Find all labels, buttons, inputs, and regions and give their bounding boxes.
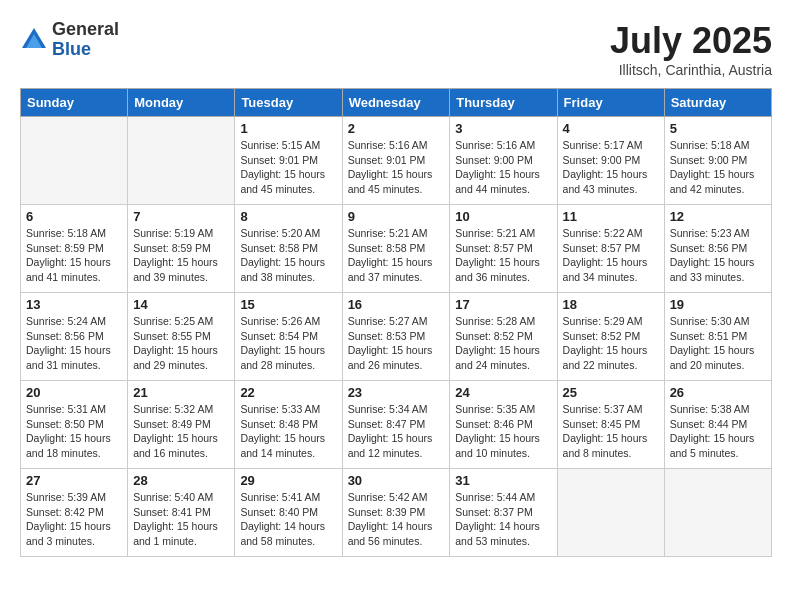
calendar-week-row: 1Sunrise: 5:15 AMSunset: 9:01 PMDaylight… [21, 117, 772, 205]
day-number: 8 [240, 209, 336, 224]
day-of-week-header: Sunday [21, 89, 128, 117]
day-info: Sunrise: 5:25 AMSunset: 8:55 PMDaylight:… [133, 314, 229, 373]
calendar-cell: 5Sunrise: 5:18 AMSunset: 9:00 PMDaylight… [664, 117, 771, 205]
calendar-cell: 22Sunrise: 5:33 AMSunset: 8:48 PMDayligh… [235, 381, 342, 469]
day-number: 6 [26, 209, 122, 224]
day-number: 7 [133, 209, 229, 224]
day-number: 19 [670, 297, 766, 312]
day-info: Sunrise: 5:40 AMSunset: 8:41 PMDaylight:… [133, 490, 229, 549]
calendar-cell: 7Sunrise: 5:19 AMSunset: 8:59 PMDaylight… [128, 205, 235, 293]
calendar-cell: 8Sunrise: 5:20 AMSunset: 8:58 PMDaylight… [235, 205, 342, 293]
calendar-cell: 18Sunrise: 5:29 AMSunset: 8:52 PMDayligh… [557, 293, 664, 381]
logo: General Blue [20, 20, 119, 60]
month-title: July 2025 [610, 20, 772, 62]
day-number: 21 [133, 385, 229, 400]
day-number: 12 [670, 209, 766, 224]
day-number: 3 [455, 121, 551, 136]
day-number: 20 [26, 385, 122, 400]
day-info: Sunrise: 5:19 AMSunset: 8:59 PMDaylight:… [133, 226, 229, 285]
title-block: July 2025 Illitsch, Carinthia, Austria [610, 20, 772, 78]
calendar-cell: 11Sunrise: 5:22 AMSunset: 8:57 PMDayligh… [557, 205, 664, 293]
day-info: Sunrise: 5:41 AMSunset: 8:40 PMDaylight:… [240, 490, 336, 549]
calendar-cell: 31Sunrise: 5:44 AMSunset: 8:37 PMDayligh… [450, 469, 557, 557]
calendar-cell: 2Sunrise: 5:16 AMSunset: 9:01 PMDaylight… [342, 117, 450, 205]
day-number: 30 [348, 473, 445, 488]
calendar-week-row: 20Sunrise: 5:31 AMSunset: 8:50 PMDayligh… [21, 381, 772, 469]
calendar-cell [557, 469, 664, 557]
calendar-cell: 29Sunrise: 5:41 AMSunset: 8:40 PMDayligh… [235, 469, 342, 557]
calendar-cell: 3Sunrise: 5:16 AMSunset: 9:00 PMDaylight… [450, 117, 557, 205]
day-info: Sunrise: 5:34 AMSunset: 8:47 PMDaylight:… [348, 402, 445, 461]
day-number: 13 [26, 297, 122, 312]
calendar-cell: 1Sunrise: 5:15 AMSunset: 9:01 PMDaylight… [235, 117, 342, 205]
calendar-cell: 9Sunrise: 5:21 AMSunset: 8:58 PMDaylight… [342, 205, 450, 293]
logo-general: General [52, 20, 119, 40]
day-number: 10 [455, 209, 551, 224]
day-number: 14 [133, 297, 229, 312]
calendar: SundayMondayTuesdayWednesdayThursdayFrid… [20, 88, 772, 557]
page-header: General Blue July 2025 Illitsch, Carinth… [20, 20, 772, 78]
day-of-week-header: Tuesday [235, 89, 342, 117]
day-number: 28 [133, 473, 229, 488]
day-number: 31 [455, 473, 551, 488]
calendar-week-row: 13Sunrise: 5:24 AMSunset: 8:56 PMDayligh… [21, 293, 772, 381]
calendar-cell: 23Sunrise: 5:34 AMSunset: 8:47 PMDayligh… [342, 381, 450, 469]
day-info: Sunrise: 5:37 AMSunset: 8:45 PMDaylight:… [563, 402, 659, 461]
day-number: 4 [563, 121, 659, 136]
day-number: 18 [563, 297, 659, 312]
day-number: 16 [348, 297, 445, 312]
location: Illitsch, Carinthia, Austria [610, 62, 772, 78]
logo-icon [20, 26, 48, 54]
day-number: 17 [455, 297, 551, 312]
day-number: 26 [670, 385, 766, 400]
day-info: Sunrise: 5:29 AMSunset: 8:52 PMDaylight:… [563, 314, 659, 373]
day-info: Sunrise: 5:23 AMSunset: 8:56 PMDaylight:… [670, 226, 766, 285]
day-of-week-header: Monday [128, 89, 235, 117]
day-info: Sunrise: 5:17 AMSunset: 9:00 PMDaylight:… [563, 138, 659, 197]
day-info: Sunrise: 5:42 AMSunset: 8:39 PMDaylight:… [348, 490, 445, 549]
day-info: Sunrise: 5:16 AMSunset: 9:00 PMDaylight:… [455, 138, 551, 197]
day-info: Sunrise: 5:21 AMSunset: 8:58 PMDaylight:… [348, 226, 445, 285]
day-number: 27 [26, 473, 122, 488]
day-info: Sunrise: 5:18 AMSunset: 9:00 PMDaylight:… [670, 138, 766, 197]
calendar-cell: 13Sunrise: 5:24 AMSunset: 8:56 PMDayligh… [21, 293, 128, 381]
day-of-week-header: Friday [557, 89, 664, 117]
day-info: Sunrise: 5:26 AMSunset: 8:54 PMDaylight:… [240, 314, 336, 373]
day-info: Sunrise: 5:30 AMSunset: 8:51 PMDaylight:… [670, 314, 766, 373]
calendar-cell [128, 117, 235, 205]
day-of-week-header: Wednesday [342, 89, 450, 117]
day-info: Sunrise: 5:24 AMSunset: 8:56 PMDaylight:… [26, 314, 122, 373]
calendar-cell: 6Sunrise: 5:18 AMSunset: 8:59 PMDaylight… [21, 205, 128, 293]
day-of-week-header: Thursday [450, 89, 557, 117]
day-number: 2 [348, 121, 445, 136]
calendar-cell: 27Sunrise: 5:39 AMSunset: 8:42 PMDayligh… [21, 469, 128, 557]
calendar-cell: 14Sunrise: 5:25 AMSunset: 8:55 PMDayligh… [128, 293, 235, 381]
calendar-cell: 4Sunrise: 5:17 AMSunset: 9:00 PMDaylight… [557, 117, 664, 205]
logo-text: General Blue [52, 20, 119, 60]
calendar-cell: 21Sunrise: 5:32 AMSunset: 8:49 PMDayligh… [128, 381, 235, 469]
calendar-cell: 17Sunrise: 5:28 AMSunset: 8:52 PMDayligh… [450, 293, 557, 381]
day-info: Sunrise: 5:18 AMSunset: 8:59 PMDaylight:… [26, 226, 122, 285]
day-number: 29 [240, 473, 336, 488]
day-info: Sunrise: 5:38 AMSunset: 8:44 PMDaylight:… [670, 402, 766, 461]
calendar-cell: 12Sunrise: 5:23 AMSunset: 8:56 PMDayligh… [664, 205, 771, 293]
calendar-cell: 24Sunrise: 5:35 AMSunset: 8:46 PMDayligh… [450, 381, 557, 469]
day-info: Sunrise: 5:15 AMSunset: 9:01 PMDaylight:… [240, 138, 336, 197]
calendar-cell [21, 117, 128, 205]
day-number: 24 [455, 385, 551, 400]
day-number: 15 [240, 297, 336, 312]
day-number: 1 [240, 121, 336, 136]
day-number: 5 [670, 121, 766, 136]
day-number: 9 [348, 209, 445, 224]
day-info: Sunrise: 5:33 AMSunset: 8:48 PMDaylight:… [240, 402, 336, 461]
calendar-cell: 15Sunrise: 5:26 AMSunset: 8:54 PMDayligh… [235, 293, 342, 381]
day-info: Sunrise: 5:21 AMSunset: 8:57 PMDaylight:… [455, 226, 551, 285]
calendar-cell [664, 469, 771, 557]
calendar-week-row: 6Sunrise: 5:18 AMSunset: 8:59 PMDaylight… [21, 205, 772, 293]
logo-blue: Blue [52, 40, 119, 60]
day-info: Sunrise: 5:39 AMSunset: 8:42 PMDaylight:… [26, 490, 122, 549]
day-info: Sunrise: 5:35 AMSunset: 8:46 PMDaylight:… [455, 402, 551, 461]
day-number: 11 [563, 209, 659, 224]
day-info: Sunrise: 5:16 AMSunset: 9:01 PMDaylight:… [348, 138, 445, 197]
day-info: Sunrise: 5:32 AMSunset: 8:49 PMDaylight:… [133, 402, 229, 461]
